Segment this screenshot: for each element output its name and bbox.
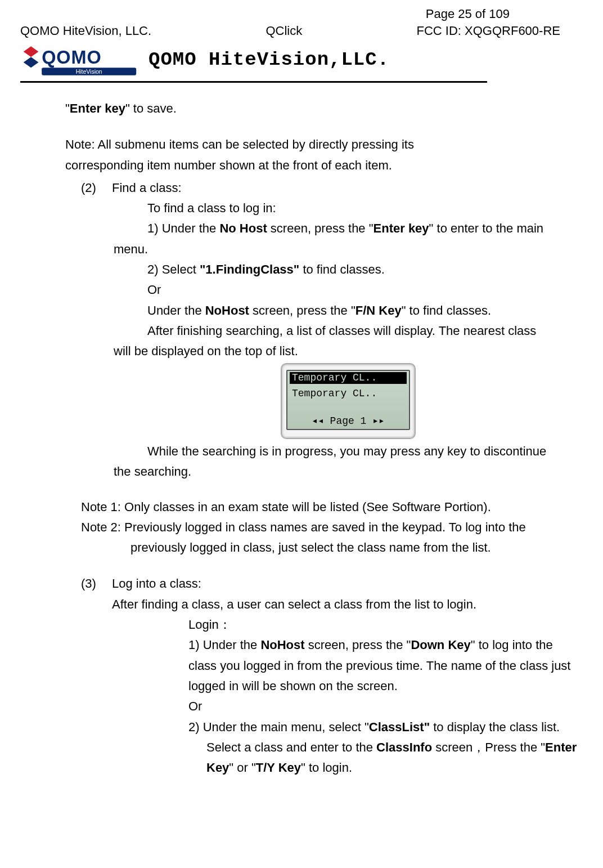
svg-text:HiteVision: HiteVision: [76, 68, 102, 75]
t: to find classes.: [299, 262, 385, 276]
t: screen, press the ": [267, 221, 374, 235]
note-submenu-line2: corresponding item number shown at the f…: [65, 155, 583, 176]
notes-block: Note 1: Only classes in an exam state wi…: [81, 497, 583, 558]
nohost-bold2: NoHost: [260, 638, 304, 652]
s2-top-of-list: will be displayed on the top of list.: [114, 341, 583, 361]
s2-while-searching: While the searching is in progress, you …: [114, 441, 583, 462]
t: 1) Under the: [147, 221, 219, 235]
section-2-find-class: (2) Find a class:: [81, 178, 583, 198]
brand-title: QOMO HiteVision,LLC.: [148, 49, 389, 70]
quote-open: ": [65, 101, 70, 115]
fn-key-bold: F/N Key: [356, 303, 402, 317]
key-bold: Key: [206, 760, 229, 775]
svg-text:QOMO: QOMO: [42, 47, 102, 68]
header-company: QOMO HiteVision, LLC.: [20, 24, 151, 38]
section-3-title: Log into a class:: [112, 574, 583, 594]
s3-step1-line1: 1) Under the NoHost screen, press the "D…: [188, 635, 583, 655]
nohost-bold: NoHost: [205, 303, 249, 317]
lcd-page-indicator: ◂◂ Page 1 ▸▸: [290, 415, 407, 428]
section-2-content: To find a class to log in: 1) Under the …: [114, 198, 583, 482]
s2-or: Or: [114, 280, 583, 300]
header-fccid: FCC ID: XQGQRF600-RE: [417, 24, 560, 38]
t: screen, press the ": [305, 638, 411, 652]
enter-key-bold2: Enter key: [374, 221, 429, 235]
t: 2) Select: [147, 262, 200, 276]
down-key-bold: Down Key: [411, 638, 470, 652]
t: screen, press the ": [249, 303, 356, 317]
s2-tofind: To find a class to log in:: [114, 198, 583, 218]
enter-key-bold: Enter key: [70, 101, 125, 115]
s3-step2-line2: Select a class and enter to the ClassInf…: [188, 737, 583, 758]
t: Select a class and enter to the: [206, 740, 376, 754]
s2-under-nohost: Under the NoHost screen, press the "F/N …: [114, 301, 583, 321]
s3-step1-line3: logged in will be shown on the screen.: [188, 676, 583, 696]
s2-menu: menu.: [114, 239, 583, 259]
t: to display the class list.: [430, 720, 560, 734]
s3-step2-line3: Key" or "T/Y Key" to login.: [188, 758, 583, 778]
t: " to find classes.: [402, 303, 491, 317]
header-product: QClick: [266, 24, 302, 38]
document-header: QOMO HiteVision, LLC. QClick FCC ID: XQG…: [20, 24, 583, 38]
s2-step2: 2) Select "1.FindingClass" to find class…: [114, 259, 583, 280]
login-block: Login： 1) Under the NoHost screen, press…: [188, 615, 583, 778]
lcd-row-2: Temporary CL..: [290, 388, 407, 400]
s3-step2-line1: 2) Under the main menu, select "ClassLis…: [188, 717, 583, 737]
t: 2) Under the main menu, select ": [188, 720, 369, 734]
s3-step1-line2: class you logged in from the previous ti…: [188, 656, 583, 676]
page-number-label: Page 25 of 109: [20, 7, 583, 21]
t: 1) Under the: [188, 638, 260, 652]
no-host-bold: No Host: [219, 221, 267, 235]
t: " to enter to the main: [429, 221, 543, 235]
note-2-line1: Note 2: Previously logged in class names…: [81, 517, 583, 538]
t: " to log into the: [471, 638, 553, 652]
s2-step1: 1) Under the No Host screen, press the "…: [114, 218, 583, 239]
brand-row: QOMO HiteVision QOMO HiteVision,LLC.: [20, 42, 583, 78]
device-screenshot: Temporary CL.. Temporary CL.. ◂◂ Page 1 …: [281, 363, 416, 439]
s3-or: Or: [188, 696, 583, 717]
t: " or ": [229, 760, 255, 775]
note-submenu-line1: Note: All submenu items can be selected …: [65, 135, 583, 155]
note-1: Note 1: Only classes in an exam state wi…: [81, 497, 583, 517]
qomo-logo-icon: QOMO HiteVision: [20, 42, 138, 78]
lcd-row-1: Temporary CL..: [290, 372, 407, 384]
section-3-log-into-class: (3) Log into a class: After finding a cl…: [81, 574, 583, 778]
s3-login-label: Login：: [188, 615, 583, 635]
enter-bold: Enter: [545, 740, 577, 754]
text-to-save: " to save.: [125, 101, 177, 115]
section-3-number: (3): [81, 574, 112, 778]
t: " to login.: [301, 760, 352, 775]
t: screen，Press the ": [432, 740, 545, 754]
s2-the-searching: the searching.: [114, 462, 583, 482]
note-2-line2: previously logged in class, just select …: [81, 538, 583, 558]
s2-after-search: After finishing searching, a list of cla…: [114, 321, 583, 341]
s3-after-finding: After finding a class, a user can select…: [112, 594, 583, 615]
ty-key-bold: T/Y Key: [256, 760, 301, 775]
t: Under the: [147, 303, 205, 317]
classinfo-bold: ClassInfo: [376, 740, 432, 754]
section-2-number: (2): [81, 178, 112, 198]
text-enter-key-save: "Enter key" to save.: [65, 99, 583, 119]
document-body: "Enter key" to save. Note: All submenu i…: [20, 99, 583, 778]
header-divider: [20, 81, 487, 83]
findingclass-bold: "1.FindingClass": [200, 262, 299, 276]
section-2-title: Find a class:: [112, 178, 583, 198]
classlist-bold: ClassList": [369, 720, 430, 734]
